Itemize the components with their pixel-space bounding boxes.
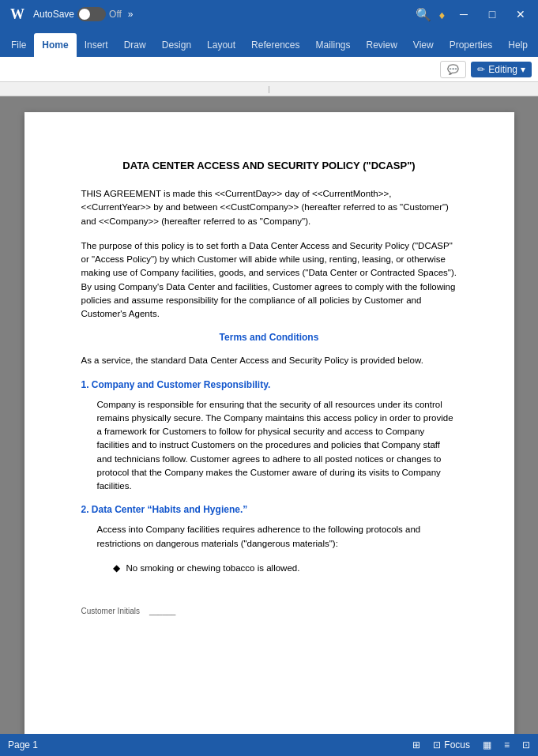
editing-label: Editing [488,64,517,75]
bullet-text-1: No smoking or chewing tobacco is allowed… [126,562,300,575]
ribbon-tabs: File Home Insert Draw Design Layout Refe… [0,28,538,57]
section2-header: 2. Data Center “Habits and Hygiene.” [81,504,457,515]
minimize-button[interactable]: ─ [453,3,475,25]
tab-review[interactable]: Review [359,33,405,57]
editing-button[interactable]: ✏ Editing ▾ [471,62,532,77]
tab-view[interactable]: View [405,33,442,57]
status-bar: Page 1 ⊞ ⊡ Focus ▦ ≡ ⊡ [0,734,538,756]
document-area[interactable]: DATA CENTER ACCESS AND SECURITY POLICY (… [0,96,538,734]
title-bar: W AutoSave Off » 🔍 ⬧ ─ □ ✕ [0,0,538,28]
search-button[interactable]: 🔍 [416,7,431,22]
ribbon-bar: 💬 ✏ Editing ▾ [0,57,538,82]
initials-line: ______ [149,607,175,615]
focus-icon: ⊡ [433,739,441,750]
tab-layout[interactable]: Layout [199,33,243,57]
document-title: DATA CENTER ACCESS AND SECURITY POLICY (… [81,160,457,171]
read-mode-icon[interactable]: ⊞ [412,739,420,750]
page-count[interactable]: Page 1 [8,739,38,750]
comment-icon: 💬 [447,64,459,75]
section1-header: 1. Company and Customer Responsibility. [81,379,457,390]
section1-text: Company is responsible for ensuring that… [97,398,457,494]
tab-draw[interactable]: Draw [116,33,154,57]
maximize-button[interactable]: □ [481,3,503,25]
terms-section-title: Terms and Conditions [81,332,457,343]
ruler-inner: | [0,82,538,96]
pencil-icon: ✏ [477,64,485,75]
tab-references[interactable]: References [243,33,307,57]
more-button[interactable]: » [128,9,134,20]
ruler: | [0,82,538,96]
word-icon: W [6,3,28,25]
page: DATA CENTER ACCESS AND SECURITY POLICY (… [24,112,514,734]
tab-design[interactable]: Design [154,33,199,57]
print-layout-icon[interactable]: ≡ [504,739,510,750]
tab-file[interactable]: File [3,33,34,57]
autosave-toggle[interactable] [77,7,106,21]
word-letter: W [10,6,24,23]
print-icon: ≡ [504,739,510,750]
ribbon-right-actions: 💬 ✏ Editing ▾ [440,61,532,78]
section2-text: Access into Company facilities requires … [97,523,457,551]
tab-properties[interactable]: Properties [442,33,501,57]
focus-label: Focus [444,739,470,750]
tab-insert[interactable]: Insert [77,33,116,57]
bullet-item-1: ◆ No smoking or chewing tobacco is allow… [113,562,457,575]
web-layout-icon[interactable]: ⊡ [522,739,530,750]
chevron-down-icon: ▾ [521,64,525,75]
read-icon: ⊞ [412,739,420,750]
comment-button[interactable]: 💬 [440,61,466,78]
intro-para: As a service, the standard Data Center A… [81,354,457,367]
title-actions: 🔍 ⬧ ─ □ ✕ [416,3,532,25]
autosave-label: AutoSave [33,9,74,20]
close-button[interactable]: ✕ [510,3,532,25]
premium-icon[interactable]: ⬧ [438,6,446,23]
toggle-knob [79,9,90,20]
purpose-para: The purpose of this policy is to set for… [81,239,457,322]
tab-home[interactable]: Home [34,33,76,57]
focus-button[interactable]: ⊡ Focus [433,739,470,750]
layout-view-icon[interactable]: ▦ [483,739,491,750]
toggle-off-label: Off [109,9,122,20]
bullet-symbol: ◆ [113,562,120,575]
layout-icon: ▦ [483,739,491,750]
agreement-para: THIS AGREEMENT is made this <<CurrentDay… [81,187,457,228]
web-icon: ⊡ [522,739,530,750]
initials-label: Customer Initials [81,607,140,615]
customer-initials-footer: Customer Initials ______ [81,607,457,615]
tab-mailings[interactable]: Mailings [307,33,358,57]
ribbon: File Home Insert Draw Design Layout Refe… [0,28,538,82]
tab-help[interactable]: Help [500,33,536,57]
